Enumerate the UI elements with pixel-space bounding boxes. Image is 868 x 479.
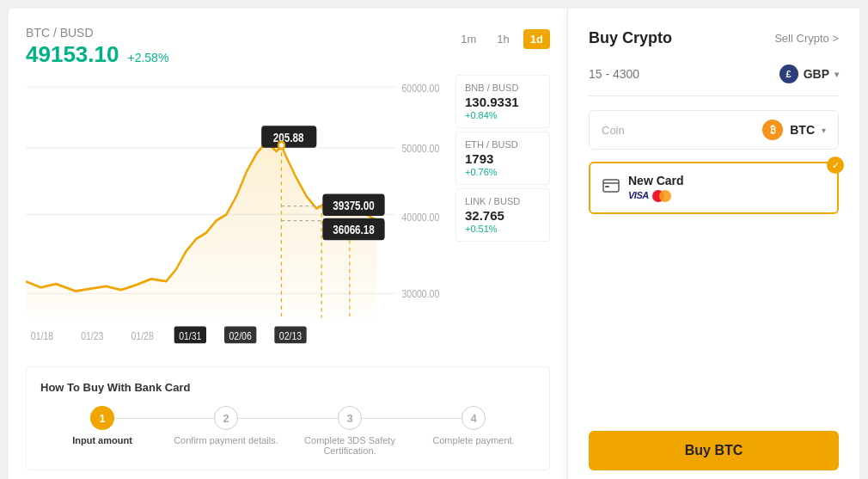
coin-base: / BUSD (53, 26, 94, 40)
step-3-label: Complete 3DS Safety Certification. (288, 435, 412, 456)
svg-text:36066.18: 36066.18 (333, 223, 375, 236)
svg-point-16 (279, 143, 284, 148)
panel-header: Buy Crypto Sell Crypto > (589, 29, 839, 47)
step-4-label: Complete payment. (432, 435, 514, 445)
step-4-circle: 4 (462, 406, 486, 430)
steps-row: 1 Input amount 2 Confirm payment details… (40, 406, 535, 456)
coin-selected: ₿ BTC (762, 120, 815, 140)
svg-text:01/28: 01/28 (131, 329, 154, 341)
card-logos: VISA (628, 190, 825, 202)
svg-text:01/31: 01/31 (179, 329, 201, 341)
card-selector[interactable]: New Card VISA ✓ (589, 162, 839, 214)
time-btn-1m[interactable]: 1m (454, 29, 483, 49)
currency-selector[interactable]: £ GBP ▾ (779, 64, 839, 83)
coin-select-chevron-icon: ▾ (822, 126, 826, 135)
panel-title: Buy Crypto (589, 29, 672, 47)
card-icon (602, 179, 620, 197)
step-2-label: Confirm payment details. (174, 435, 278, 445)
amount-input[interactable] (589, 67, 779, 81)
svg-rect-30 (603, 180, 619, 192)
amount-row: £ GBP ▾ (589, 64, 839, 96)
svg-rect-32 (605, 186, 609, 187)
step-2-circle: 2 (214, 406, 238, 430)
price-value: 49153.10 (26, 41, 119, 68)
price-change: +2.58% (127, 51, 168, 64)
svg-text:01/18: 01/18 (31, 329, 53, 341)
svg-text:30000.00: 30000.00 (402, 287, 440, 299)
svg-text:02/06: 02/06 (229, 329, 252, 341)
bnb-pair: BNB / BUSD (465, 83, 541, 93)
link-change: +0.51% (465, 224, 541, 234)
time-buttons: 1m 1h 1d (454, 29, 550, 49)
sell-link[interactable]: Sell Crypto > (774, 32, 839, 45)
mastercard-logo (652, 190, 671, 202)
steps-section: How To Buy With Bank Card 1 Input amount… (26, 366, 550, 470)
ticker-list: BNB / BUSD 130.9331 +0.84% ETH / BUSD 17… (447, 75, 550, 354)
chart-header: BTC / BUSD 49153.10 +2.58% 1m 1h 1d (26, 26, 550, 68)
bnb-price: 130.9331 (465, 95, 541, 109)
step-4: 4 Complete payment. (412, 406, 535, 445)
coin-label: Coin (602, 124, 762, 137)
bnb-change: +0.84% (465, 110, 541, 120)
coin-symbol: BTC (26, 26, 50, 40)
ticker-eth[interactable]: ETH / BUSD 1793 +0.76% (455, 132, 550, 185)
card-name: New Card (628, 174, 825, 187)
eth-pair: ETH / BUSD (465, 139, 541, 150)
chart-area: 205.88 39375.00 36066.18 60000.00 50000.… (26, 75, 550, 354)
svg-text:40000.00: 40000.00 (402, 211, 440, 223)
currency-flag: £ (779, 64, 798, 83)
svg-text:02/13: 02/13 (279, 329, 302, 341)
svg-text:205.88: 205.88 (273, 131, 304, 144)
coin-name: BTC (790, 123, 815, 137)
visa-logo: VISA (628, 190, 649, 202)
step-3-circle: 3 (338, 406, 362, 430)
svg-text:50000.00: 50000.00 (402, 142, 440, 154)
coin-title: BTC / BUSD (26, 26, 168, 40)
step-1-circle: 1 (90, 406, 114, 430)
step-2: 2 Confirm payment details. (164, 406, 288, 445)
svg-text:39375.00: 39375.00 (333, 199, 375, 212)
link-pair: LINK / BUSD (465, 196, 541, 206)
step-3: 3 Complete 3DS Safety Certification. (288, 406, 412, 456)
currency-label: GBP (804, 67, 829, 81)
link-price: 32.765 (465, 208, 541, 223)
time-btn-1d[interactable]: 1d (523, 29, 550, 49)
step-1: 1 Input amount (40, 406, 164, 445)
buy-button[interactable]: Buy BTC (589, 431, 839, 470)
mc-right-circle (659, 190, 671, 202)
steps-title: How To Buy With Bank Card (40, 381, 535, 394)
svg-text:60000.00: 60000.00 (402, 82, 440, 94)
check-badge: ✓ (827, 157, 844, 174)
svg-text:01/23: 01/23 (81, 329, 103, 341)
price-row: 49153.10 +2.58% (26, 41, 168, 68)
card-info: New Card VISA (628, 174, 825, 202)
coin-select-row[interactable]: Coin ₿ BTC ▾ (589, 110, 839, 150)
left-panel: BTC / BUSD 49153.10 +2.58% 1m 1h 1d (9, 9, 567, 479)
btc-icon: ₿ (762, 120, 783, 140)
step-1-label: Input amount (72, 435, 132, 445)
eth-change: +0.76% (465, 167, 541, 177)
chevron-down-icon: ▾ (834, 70, 839, 79)
ticker-bnb[interactable]: BNB / BUSD 130.9331 +0.84% (455, 75, 550, 128)
eth-price: 1793 (465, 151, 541, 166)
right-panel: Buy Crypto Sell Crypto > £ GBP ▾ Coin ₿ … (567, 9, 859, 479)
time-btn-1h[interactable]: 1h (490, 29, 516, 49)
chart-svg: 205.88 39375.00 36066.18 60000.00 50000.… (26, 75, 447, 354)
ticker-link[interactable]: LINK / BUSD 32.765 +0.51% (455, 188, 550, 242)
